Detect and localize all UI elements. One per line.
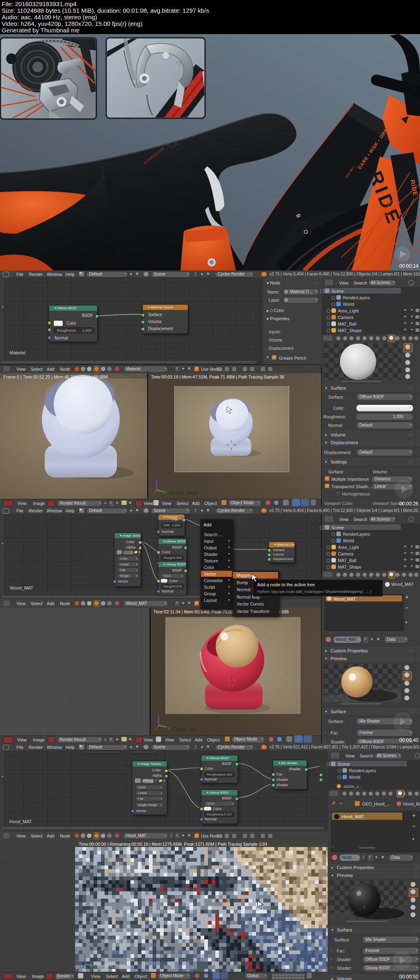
svg-text:y: y bbox=[165, 490, 167, 494]
svg-text:y: y bbox=[168, 726, 169, 730]
svg-text:z: z bbox=[157, 712, 159, 716]
svg-text:z: z bbox=[155, 478, 157, 482]
